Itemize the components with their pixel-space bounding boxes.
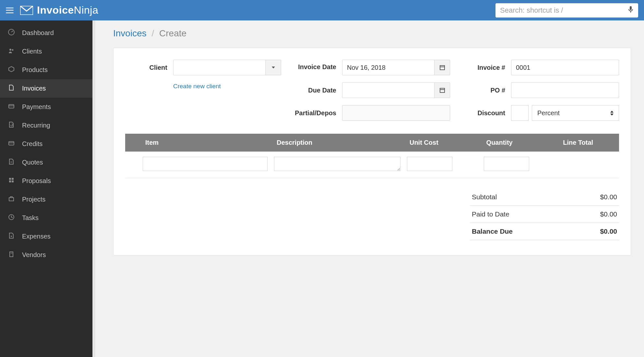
sidebar-item-expenses[interactable]: Expenses <box>0 227 92 246</box>
breadcrumb: Invoices / Create <box>113 28 631 39</box>
discount-amount-input[interactable] <box>511 105 529 121</box>
sidebar-item-label: Tasks <box>22 214 39 222</box>
po-number-input[interactable] <box>511 83 619 98</box>
sidebar-item-label: Recurring <box>22 122 50 129</box>
create-client-link[interactable]: Create new client <box>173 83 221 90</box>
svg-marker-7 <box>9 67 14 72</box>
due-date-input[interactable] <box>342 82 450 98</box>
briefcase-icon <box>8 195 15 203</box>
sidebar-item-clients[interactable]: Clients <box>0 42 92 61</box>
sidebar-item-invoices[interactable]: Invoices <box>0 79 92 98</box>
balance-due-row: Balance Due $0.00 <box>470 223 619 240</box>
subtotal-row: Subtotal $0.00 <box>470 189 619 206</box>
svg-point-5 <box>9 49 11 51</box>
sidebar-item-label: Vendors <box>22 251 46 259</box>
invoice-panel: Client Create new client Invoice Date <box>113 48 631 255</box>
sidebar-item-projects[interactable]: Projects <box>0 190 92 209</box>
subtotal-label: Subtotal <box>472 193 497 201</box>
col-item: Item <box>139 134 271 152</box>
sidebar-item-dashboard[interactable]: Dashboard <box>0 24 92 42</box>
due-date-label: Due Date <box>294 87 336 94</box>
svg-rect-16 <box>9 180 11 182</box>
svg-rect-1 <box>630 6 632 10</box>
description-input[interactable] <box>274 157 400 171</box>
col-quantity: Quantity <box>481 134 557 152</box>
client-dropdown-value <box>173 60 265 75</box>
paid-value: $0.00 <box>600 210 617 218</box>
users-icon <box>8 47 15 55</box>
grid-icon <box>8 177 15 185</box>
pane-splitter[interactable] <box>92 20 95 357</box>
invoice-date-input[interactable]: Nov 16, 2018 <box>342 60 450 75</box>
sidebar-item-label: Dashboard <box>22 29 54 37</box>
sidebar-item-credits[interactable]: Credits <box>0 135 92 153</box>
brand-strong: Invoice <box>37 4 74 16</box>
card-icon <box>8 140 15 148</box>
col-line-total: Line Total <box>557 134 619 152</box>
sidebar-item-label: Products <box>22 66 48 74</box>
invoice-date-label: Invoice Date <box>294 60 336 71</box>
sidebar-item-quotes[interactable]: Quotes <box>0 153 92 172</box>
line-items-table: Item Description Unit Cost Quantity Line… <box>125 134 619 178</box>
chevron-down-icon[interactable] <box>265 60 281 75</box>
calendar-icon[interactable] <box>434 60 450 75</box>
balance-label: Balance Due <box>472 228 513 235</box>
recurring-icon <box>8 121 15 129</box>
quantity-input[interactable] <box>484 157 529 171</box>
search-input[interactable] <box>500 6 628 15</box>
select-arrows-icon <box>610 111 614 116</box>
box-icon <box>8 66 15 74</box>
invoice-number-label: Invoice # <box>463 64 505 71</box>
menu-toggle-icon[interactable] <box>6 7 14 13</box>
invoice-date-value: Nov 16, 2018 <box>342 60 434 75</box>
calendar-icon[interactable] <box>434 83 450 98</box>
breadcrumb-current: Create <box>159 28 186 38</box>
sidebar-item-vendors[interactable]: Vendors <box>0 246 92 264</box>
paid-label: Paid to Date <box>472 210 509 218</box>
svg-rect-25 <box>440 66 445 70</box>
svg-rect-8 <box>9 105 14 108</box>
microphone-icon[interactable] <box>628 6 634 15</box>
item-input[interactable] <box>143 157 268 171</box>
sidebar-item-label: Projects <box>22 196 45 203</box>
partial-label: Partial/Depos <box>294 109 336 117</box>
discount-type-select[interactable]: Percent <box>532 105 619 121</box>
svg-point-21 <box>11 236 12 237</box>
client-dropdown[interactable] <box>173 60 281 75</box>
col-handle <box>125 134 139 152</box>
discount-label: Discount <box>463 109 505 117</box>
brand-logo[interactable]: InvoiceNinja <box>20 4 98 16</box>
invoice-number-input[interactable] <box>511 60 619 75</box>
subtotal-value: $0.00 <box>600 193 617 201</box>
sidebar-item-proposals[interactable]: Proposals <box>0 172 92 190</box>
breadcrumb-separator: / <box>152 28 154 38</box>
discount-type-value: Percent <box>537 109 560 117</box>
paid-to-date-row: Paid to Date $0.00 <box>470 206 619 223</box>
file-text-icon <box>8 158 15 166</box>
building-icon <box>8 251 15 259</box>
col-description: Description <box>271 134 404 152</box>
brand-light: Ninja <box>74 4 98 16</box>
partial-input-wrap <box>342 105 450 121</box>
sidebar-item-products[interactable]: Products <box>0 61 92 79</box>
svg-rect-17 <box>12 180 14 182</box>
svg-rect-10 <box>9 142 14 145</box>
svg-rect-22 <box>10 252 13 257</box>
file-icon <box>8 84 15 92</box>
sidebar-item-tasks[interactable]: Tasks <box>0 209 92 227</box>
totals-block: Subtotal $0.00 Paid to Date $0.00 Balanc… <box>470 189 619 240</box>
clock-icon <box>8 214 15 222</box>
sidebar-item-payments[interactable]: Payments <box>0 98 92 116</box>
svg-rect-24 <box>12 253 12 253</box>
partial-input[interactable] <box>342 105 450 120</box>
envelope-icon <box>20 6 33 15</box>
search-box[interactable] <box>495 3 638 18</box>
dashboard-icon <box>8 29 15 37</box>
card-icon <box>8 103 15 111</box>
breadcrumb-root[interactable]: Invoices <box>113 28 147 38</box>
svg-rect-27 <box>440 88 445 92</box>
sidebar-item-recurring[interactable]: Recurring <box>0 116 92 135</box>
top-header: InvoiceNinja <box>0 0 644 20</box>
col-unit-cost: Unit Cost <box>404 134 481 152</box>
unit-cost-input[interactable] <box>407 157 452 171</box>
